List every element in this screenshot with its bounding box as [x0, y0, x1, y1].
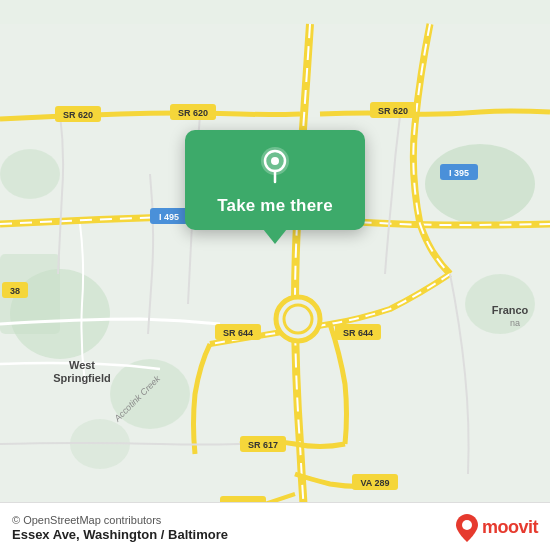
address-label: Essex Ave, Washington / Baltimore — [12, 527, 228, 542]
svg-text:SR 644: SR 644 — [223, 328, 253, 338]
svg-text:SR 617: SR 617 — [248, 440, 278, 450]
svg-point-10 — [284, 305, 312, 333]
svg-point-39 — [271, 157, 279, 165]
svg-text:SR 620: SR 620 — [63, 110, 93, 120]
moovit-pin-icon — [456, 514, 478, 542]
svg-text:I 395: I 395 — [449, 168, 469, 178]
svg-text:SR 620: SR 620 — [378, 106, 408, 116]
moovit-logo: moovit — [456, 514, 538, 542]
location-pin-icon — [253, 144, 297, 188]
svg-text:Franco: Franco — [492, 304, 529, 316]
svg-text:VA 289: VA 289 — [360, 478, 389, 488]
svg-text:SR 620: SR 620 — [178, 108, 208, 118]
svg-text:na: na — [510, 318, 520, 328]
svg-point-1 — [425, 144, 535, 224]
map-background: Accotink Creek — [0, 0, 550, 550]
svg-text:SR 644: SR 644 — [343, 328, 373, 338]
moovit-text: moovit — [482, 517, 538, 538]
svg-text:West: West — [69, 359, 95, 371]
svg-point-6 — [0, 149, 60, 199]
svg-text:Springfield: Springfield — [53, 372, 110, 384]
popup-card[interactable]: Take me there — [185, 130, 365, 230]
svg-text:38: 38 — [10, 286, 20, 296]
map-container: Accotink Creek — [0, 0, 550, 550]
take-me-there-button[interactable]: Take me there — [217, 196, 333, 216]
bottom-bar: © OpenStreetMap contributors Essex Ave, … — [0, 502, 550, 550]
svg-text:I 495: I 495 — [159, 212, 179, 222]
map-attribution: © OpenStreetMap contributors — [12, 514, 228, 526]
svg-point-40 — [462, 520, 472, 530]
